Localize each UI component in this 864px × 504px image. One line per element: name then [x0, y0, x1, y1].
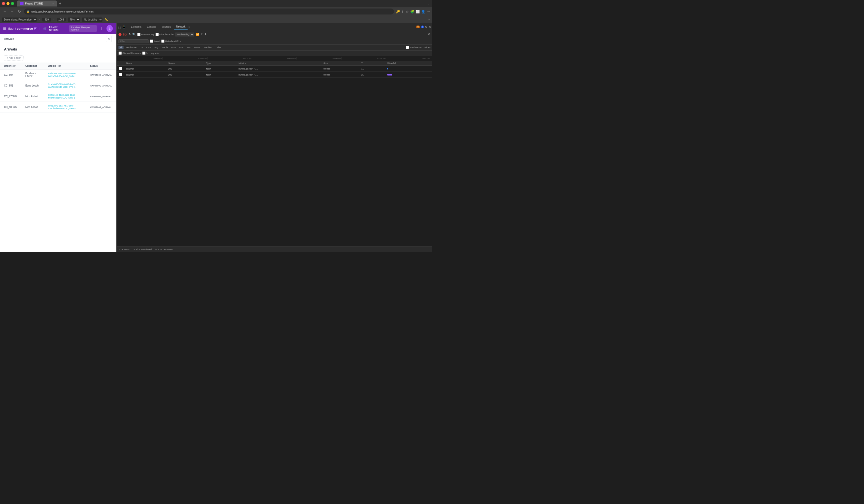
more-icon[interactable]: ⋯ [427, 10, 430, 13]
dimensions-select[interactable]: Dimensions: Responsive [2, 17, 37, 22]
tab-sources[interactable]: Sources [159, 24, 173, 29]
filter-icon[interactable]: ⚗ [128, 33, 131, 36]
filter-type-manifest[interactable]: Manifest [203, 46, 214, 49]
transferred-size: 17.5 kB transferred [132, 248, 152, 251]
status-cell: AWAITING_ARRIVAL [86, 102, 116, 112]
table-row[interactable]: CC_188332 Nico Abbott c8017d72-681f-451f… [0, 102, 116, 112]
invert-checkbox[interactable]: Invert [150, 39, 160, 43]
timeline-marker: 60000 ms [341, 57, 386, 60]
col-checkbox [117, 61, 124, 66]
devtools-tabs: ⬚ 📱 Elements Console Sources Network » 4… [117, 23, 432, 31]
col-order-ref: Order Ref [0, 62, 21, 70]
app-header: ☰ fluent commerce | 🛒 Fluent STORE Locat… [0, 23, 116, 34]
clear-button[interactable]: 🚫 [123, 33, 127, 36]
height-input[interactable] [57, 18, 66, 22]
tab-close-button[interactable]: ✕ [52, 2, 54, 5]
network-toolbar: 🚫 ⚗ 🔍 Preserve log Disable cache No thro… [117, 31, 432, 38]
arrivals-title: Arrivals [4, 47, 17, 51]
extensions-icon[interactable]: 🧩 [410, 10, 414, 13]
tab-elements[interactable]: Elements [129, 24, 144, 29]
ruler-icon[interactable]: 📏 [105, 18, 108, 21]
network-settings-icon[interactable]: ⚙ [428, 33, 431, 36]
timeline-marker: 70000 ms [386, 57, 431, 60]
minimize-traffic-light[interactable] [7, 2, 10, 5]
refresh-button[interactable]: ↻ [106, 36, 112, 42]
address-bar[interactable]: 🔒 randy.sandbox.apps.fluentcommerce.com/… [24, 9, 394, 14]
table-row[interactable]: CC_775854 Nico Abbott 602ec1e5-41c0-4ac3… [0, 91, 116, 102]
network-throttle-select[interactable]: No throttling [175, 33, 194, 36]
blocked-requests-checkbox[interactable]: Blocked Requests [119, 51, 141, 55]
active-tab[interactable]: Fluent STORE ✕ [17, 0, 57, 7]
net-initiator-cell: bundle.193ea47..... [237, 72, 322, 78]
maximize-traffic-light[interactable] [11, 2, 14, 5]
key-icon[interactable]: 🔑 [396, 10, 400, 13]
third-party-checkbox[interactable]: 3-... requests [142, 51, 159, 55]
network-table: Name Status Type Initiator Size T. Water… [117, 61, 432, 247]
article-ref-cell: 31abc660-3b3f-4d62-9ad7-cac7718f2c45-LOC… [44, 80, 86, 91]
devtools-settings-icon[interactable]: ⚙ [425, 25, 428, 28]
net-waterfall-cell [385, 72, 432, 78]
throttle-select[interactable]: No throttling [82, 17, 103, 22]
net-table-row[interactable]: graphql 200 fetch bundle.193ea47..... 8.… [117, 72, 432, 78]
tab-network[interactable]: Network [174, 24, 188, 29]
toolbar-more[interactable]: ⋯ [428, 18, 430, 21]
table-row[interactable]: CC_604 Broderick Effertz 8ad130e0-9c47-4… [0, 70, 116, 80]
search-icon[interactable]: 🔍 [132, 33, 136, 36]
article-ref-cell: c8017d72-681f-451f-9bcf-a360f84b6aa6-LOC… [44, 102, 86, 112]
has-blocked-cookies-checkbox[interactable]: Has blocked cookies [406, 46, 431, 49]
profile-icon[interactable]: 👤 [421, 10, 425, 13]
zoom-select[interactable]: 79% [68, 17, 80, 22]
net-type-cell: fetch [204, 66, 237, 72]
filter-input[interactable] [119, 39, 148, 43]
forward-button[interactable]: → [10, 9, 15, 14]
star-icon[interactable]: ☆ [406, 10, 409, 13]
devtools-close-icon[interactable]: ✕ [429, 25, 431, 29]
net-size-cell: 8.8 kB [322, 72, 359, 78]
filter-type-img[interactable]: Img [153, 46, 159, 49]
new-tab-button[interactable]: + [59, 1, 61, 6]
devtools-tabs-more[interactable]: » [189, 25, 190, 29]
back-button[interactable]: ← [2, 9, 8, 14]
filter-type-all[interactable]: All [119, 46, 123, 49]
col-initiator: Initiator [237, 61, 322, 66]
filter-type-ws[interactable]: WS [186, 46, 192, 49]
filter-type-wasm[interactable]: Wasm [193, 46, 202, 49]
hamburger-menu[interactable]: ☰ [3, 26, 6, 31]
filter-type-fetch/xhr[interactable]: Fetch/XHR [124, 46, 138, 49]
table-row[interactable]: CC_851 Edna Lesch 31abc660-3b3f-4d62-9ad… [0, 80, 116, 91]
add-filter-button[interactable]: + Add a filter [4, 55, 24, 60]
filter-type-css[interactable]: CSS [145, 46, 153, 49]
share-icon[interactable]: ⬆ [401, 10, 404, 13]
net-table-row[interactable]: graphql 200 fetch bundle.193ea47..... 8.… [117, 66, 432, 72]
col-status: Status [86, 62, 116, 70]
timeline-marker: 50000 ms [297, 57, 341, 60]
header-more-icon[interactable]: ⋮ [100, 27, 103, 30]
filter-type-js[interactable]: JS [139, 46, 144, 49]
preserve-log-checkbox[interactable]: Preserve log [137, 33, 154, 36]
devtools-inspect-icon[interactable]: ⬚ [118, 25, 121, 29]
tab-favicon [20, 2, 24, 5]
filter-type-doc[interactable]: Doc [178, 46, 185, 49]
width-input[interactable] [42, 18, 51, 22]
disable-cache-checkbox[interactable]: Disable cache [156, 33, 174, 36]
net-status-cell: 200 [166, 66, 204, 72]
refresh-button[interactable]: ↻ [17, 9, 22, 14]
customer-cell: Nico Abbott [21, 102, 44, 112]
devtools-device-icon[interactable]: 📱 [122, 25, 126, 29]
sidebar-icon[interactable]: ⬜ [416, 10, 420, 13]
tab-console[interactable]: Console [144, 24, 159, 29]
traffic-lights [2, 2, 14, 5]
record-button[interactable] [119, 33, 121, 36]
browser-content: ☰ fluent commerce | 🛒 Fluent STORE Locat… [0, 23, 116, 252]
timeline-marker: 30000 ms [207, 57, 252, 60]
col-customer: Customer [21, 62, 44, 70]
filter-type-media[interactable]: Media [160, 46, 169, 49]
filter-type-other[interactable]: Other [215, 46, 223, 49]
url-text: randy.sandbox.apps.fluentcommerce.com/st… [31, 10, 94, 13]
close-traffic-light[interactable] [2, 2, 5, 5]
tab-expand-button[interactable]: ⌄ [428, 2, 430, 5]
col-type: Type [204, 61, 237, 66]
hide-data-urls-checkbox[interactable]: Hide data URLs [161, 39, 181, 43]
logo-bar-1 [34, 27, 36, 28]
filter-type-font[interactable]: Font [170, 46, 177, 49]
